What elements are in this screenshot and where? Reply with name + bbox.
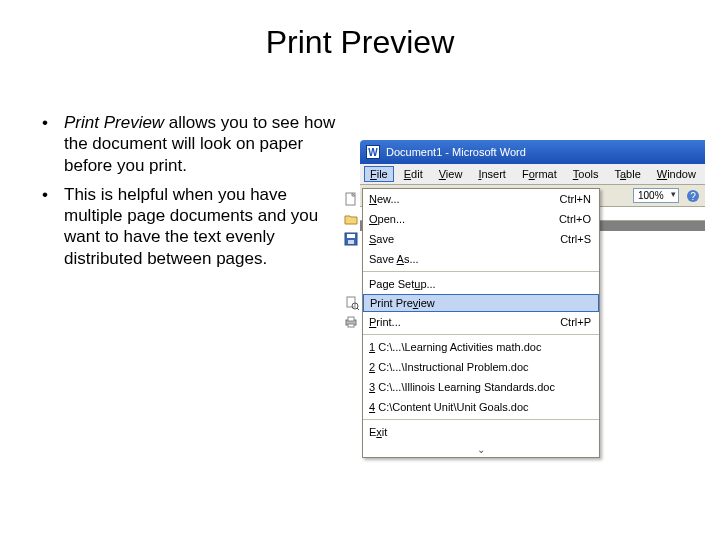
recent-4-label: 4 C:\Content Unit\Unit Goals.doc (363, 401, 591, 413)
chevron-down-icon: ⌄ (477, 444, 485, 455)
menu-item-print-shortcut: Ctrl+P (560, 316, 591, 328)
svg-rect-6 (347, 297, 355, 307)
menu-item-saveas-label: Save As... (363, 253, 591, 265)
menu-item-open-label: Open... (363, 213, 559, 225)
print-preview-icon (340, 296, 364, 310)
word-titlebar: W Document1 - Microsoft Word (360, 140, 705, 164)
save-icon (339, 232, 363, 246)
menu-insert[interactable]: Insert (472, 166, 512, 182)
body-text: Print Preview allows you to see how the … (42, 112, 342, 277)
svg-rect-4 (347, 234, 355, 238)
svg-rect-5 (348, 240, 354, 244)
menu-file[interactable]: File (364, 166, 394, 182)
separator-3 (363, 419, 599, 420)
menu-view[interactable]: View (433, 166, 469, 182)
bullet-1-emph: Print Preview (64, 113, 164, 132)
menu-item-printpreview-label: Print Preview (364, 297, 590, 309)
word-menubar: File Edit View Insert Format Tools Table… (360, 164, 705, 185)
menu-expand[interactable]: ⌄ (363, 442, 599, 457)
menu-item-pagesetup[interactable]: Page Setup... (363, 274, 599, 294)
menu-item-new-shortcut: Ctrl+N (560, 193, 591, 205)
file-dropdown: New... Ctrl+N Open... Ctrl+O Save Ctrl+S… (362, 188, 600, 458)
slide-title: Print Preview (0, 24, 720, 61)
separator-2 (363, 334, 599, 335)
menu-item-print[interactable]: Print... Ctrl+P (363, 312, 599, 332)
open-icon (339, 212, 363, 226)
new-icon (339, 192, 363, 206)
svg-text:?: ? (690, 191, 696, 202)
menu-item-printpreview[interactable]: Print Preview (363, 294, 599, 312)
menu-item-exit-label: Exit (363, 426, 591, 438)
menu-item-open[interactable]: Open... Ctrl+O (363, 209, 599, 229)
help-icon[interactable]: ? (685, 188, 701, 204)
menu-format[interactable]: Format (516, 166, 563, 182)
svg-rect-10 (348, 317, 354, 321)
zoom-field[interactable]: 100% (633, 188, 679, 203)
menu-item-recent-4[interactable]: 4 C:\Content Unit\Unit Goals.doc (363, 397, 599, 417)
menu-item-recent-2[interactable]: 2 C:\...\Instructional Problem.doc (363, 357, 599, 377)
svg-line-8 (357, 308, 359, 310)
recent-2-label: 2 C:\...\Instructional Problem.doc (363, 361, 591, 373)
menu-item-exit[interactable]: Exit (363, 422, 599, 442)
menu-item-save-label: Save (363, 233, 560, 245)
recent-3-label: 3 C:\...\Illinois Learning Standards.doc (363, 381, 591, 393)
word-app-icon: W (366, 145, 380, 159)
menu-item-new[interactable]: New... Ctrl+N (363, 189, 599, 209)
menu-tools[interactable]: Tools (567, 166, 605, 182)
menu-item-open-shortcut: Ctrl+O (559, 213, 591, 225)
menu-item-save-shortcut: Ctrl+S (560, 233, 591, 245)
menu-table[interactable]: Table (608, 166, 646, 182)
menu-item-new-label: New... (363, 193, 560, 205)
word-title-text: Document1 - Microsoft Word (386, 146, 526, 158)
menu-item-pagesetup-label: Page Setup... (363, 278, 591, 290)
menu-window[interactable]: Window (651, 166, 702, 182)
menu-item-save[interactable]: Save Ctrl+S (363, 229, 599, 249)
menu-item-recent-1[interactable]: 1 C:\...\Learning Activities math.doc (363, 337, 599, 357)
menu-item-print-label: Print... (363, 316, 560, 328)
menu-edit[interactable]: Edit (398, 166, 429, 182)
bullet-1: Print Preview allows you to see how the … (42, 112, 342, 176)
menu-item-recent-3[interactable]: 3 C:\...\Illinois Learning Standards.doc (363, 377, 599, 397)
recent-1-label: 1 C:\...\Learning Activities math.doc (363, 341, 591, 353)
svg-rect-11 (348, 324, 354, 327)
menu-item-saveas[interactable]: Save As... (363, 249, 599, 269)
separator-1 (363, 271, 599, 272)
print-icon (339, 315, 363, 329)
bullet-2: This is helpful when you have multiple p… (42, 184, 342, 269)
